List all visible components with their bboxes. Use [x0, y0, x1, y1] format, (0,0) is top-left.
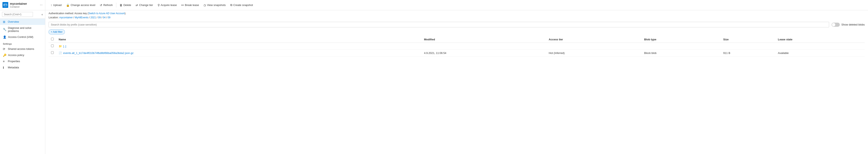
delete-button[interactable]: 🗑 Delete — [118, 2, 133, 8]
modified-0 — [422, 43, 546, 50]
auth-switch-link[interactable]: Switch to Azure AD User Account — [88, 12, 125, 15]
location-mycontainer[interactable]: mycontainer — [59, 16, 73, 19]
acquire-lease-label: Acquire lease — [161, 3, 177, 7]
add-filter-button[interactable]: + Add filter — [49, 29, 65, 34]
select-all-checkbox[interactable] — [51, 38, 54, 40]
loc-sep-5: / — [106, 16, 107, 19]
sidebar-item-label-access-policy: Access policy — [8, 54, 24, 57]
show-deleted-label: Show deleted blobs — [841, 23, 865, 26]
sidebar-more-button[interactable]: ··· — [40, 3, 42, 7]
location-myallevents[interactable]: MyAllEvents — [75, 16, 88, 19]
lease-state-1: Available — [775, 50, 865, 56]
shared-access-tokens-icon: ⟳ — [3, 48, 6, 51]
toolbar: ↑ Upload 🔒 Change access level ↺ Refresh… — [45, 0, 868, 10]
break-lease-icon: ⚯ — [181, 3, 184, 7]
location-label: Location: — [49, 16, 59, 19]
blob-name-0[interactable]: 📁[..] — [59, 45, 419, 48]
sidebar-item-overview[interactable]: ⊞ Overview — [0, 19, 45, 25]
sidebar-item-metadata[interactable]: ℹ Metadata — [0, 64, 45, 71]
modified-1: 4.9.2021, 11:06:54 — [422, 50, 546, 56]
sidebar-header: mycontainer Container ··· — [0, 0, 45, 10]
sidebar-item-properties[interactable]: ≡ Properties — [0, 58, 45, 64]
change-tier-icon: ⇄ — [135, 3, 138, 7]
delete-label: Delete — [123, 3, 131, 7]
change-access-level-button[interactable]: 🔒 Change access level — [64, 2, 97, 8]
size-0 — [721, 43, 775, 50]
sidebar-search-input[interactable] — [2, 12, 33, 17]
location-2021[interactable]: 2021 — [90, 16, 96, 19]
location-09-month[interactable]: 09 — [98, 16, 101, 19]
location-09-day[interactable]: 09 — [107, 16, 110, 19]
container-logo — [2, 2, 8, 8]
row-checkbox-0[interactable] — [51, 44, 54, 47]
file-icon: 📄 — [59, 52, 62, 55]
diagnose-icon: 🔧 — [3, 28, 6, 31]
col-header-lease-state[interactable]: Lease state — [775, 36, 865, 43]
change-tier-button[interactable]: ⇄ Change tier — [133, 2, 155, 8]
col-header-blob-type[interactable]: Blob type — [642, 36, 721, 43]
break-lease-label: Break lease — [185, 3, 199, 7]
table-body: 📁[..]📄events.all_1_b17de4f010b74fbd8bf66… — [49, 43, 865, 56]
svg-rect-0 — [4, 4, 7, 6]
upload-button[interactable]: ↑ Upload — [49, 2, 64, 8]
sidebar-item-access-policy[interactable]: 🔑 Access policy — [0, 52, 45, 58]
auth-method-prefix: Authentication method: Access key ( — [49, 12, 88, 15]
sidebar-item-diagnose[interactable]: 🔧 Diagnose and solve problems — [0, 25, 45, 34]
col-header-access-tier[interactable]: Access tier — [546, 36, 642, 43]
access-control-icon: 👤 — [3, 35, 6, 39]
show-deleted-toggle[interactable] — [832, 23, 840, 27]
sidebar-item-label-shared-access-tokens: Shared access tokens — [8, 48, 34, 51]
delete-icon: 🗑 — [120, 3, 122, 7]
blob-search-input[interactable] — [49, 22, 829, 27]
header-checkbox-cell — [49, 36, 56, 43]
view-snapshots-button[interactable]: ◷ View snapshots — [202, 2, 228, 8]
folder-icon: 📁 — [59, 45, 62, 48]
refresh-icon: ↺ — [100, 3, 102, 7]
create-snapshot-icon: ⧉ — [230, 3, 232, 7]
acquire-lease-button[interactable]: ⚲ Acquire lease — [156, 2, 179, 8]
row-checkbox-1[interactable] — [51, 51, 54, 54]
access-tier-0 — [546, 43, 642, 50]
view-snapshots-icon: ◷ — [204, 3, 206, 7]
sidebar-subtitle: Container — [10, 5, 38, 8]
break-lease-button[interactable]: ⚯ Break lease — [179, 2, 201, 8]
table-header: Name Modified Access tier Blob type Size… — [49, 36, 865, 43]
blob-name-text-1: events.all_1_b17de4f010b74fbd8bf66ba058a… — [63, 52, 133, 55]
loc-sep-4: / — [101, 16, 103, 19]
acquire-lease-icon: ⚲ — [158, 3, 160, 7]
refresh-label: Refresh — [103, 3, 113, 7]
change-tier-label: Change tier — [139, 3, 153, 7]
col-header-modified[interactable]: Modified — [422, 36, 546, 43]
change-access-level-label: Change access level — [70, 3, 95, 7]
table-row: 📁[..] — [49, 43, 865, 50]
search-bar: Show deleted blobs — [45, 21, 868, 29]
sidebar-item-label-access-control: Access Control (IAM) — [8, 35, 33, 38]
main-content: ↑ Upload 🔒 Change access level ↺ Refresh… — [45, 0, 868, 154]
location-04[interactable]: 04 — [103, 16, 105, 19]
overview-icon: ⊞ — [3, 20, 6, 24]
blob-type-0 — [642, 43, 721, 50]
col-header-size[interactable]: Size — [721, 36, 775, 43]
sidebar-item-shared-access-tokens[interactable]: ⟳ Shared access tokens — [0, 46, 45, 52]
sidebar-item-access-control[interactable]: 👤 Access Control (IAM) — [0, 34, 45, 40]
sidebar-collapse-button[interactable]: « — [41, 13, 43, 16]
sidebar-nav: ⊞ Overview 🔧 Diagnose and solve problems… — [0, 19, 45, 154]
upload-icon: ↑ — [51, 3, 52, 7]
sidebar: mycontainer Container ··· « ⊞ Overview 🔧… — [0, 0, 45, 154]
sidebar-item-label-diagnose: Diagnose and solve problems — [8, 26, 42, 33]
create-snapshot-button[interactable]: ⧉ Create snapshot — [228, 2, 255, 8]
metadata-icon: ℹ — [3, 66, 6, 69]
create-snapshot-label: Create snapshot — [234, 3, 253, 7]
sidebar-item-label-properties: Properties — [8, 60, 20, 63]
size-1: 911 B — [721, 50, 775, 56]
settings-section-label: Settings — [0, 40, 45, 46]
sidebar-title: mycontainer — [10, 2, 38, 5]
properties-icon: ≡ — [3, 60, 6, 63]
toolbar-divider-1 — [116, 3, 116, 8]
blob-table: Name Modified Access tier Blob type Size… — [49, 36, 865, 56]
blob-name-1[interactable]: 📄events.all_1_b17de4f010b74fbd8bf66ba058… — [59, 52, 419, 55]
location-bar: Location: mycontainer / MyAllEvents / 20… — [45, 16, 868, 21]
sidebar-item-label-overview: Overview — [8, 20, 19, 23]
refresh-button[interactable]: ↺ Refresh — [98, 2, 115, 8]
col-header-name[interactable]: Name — [56, 36, 422, 43]
